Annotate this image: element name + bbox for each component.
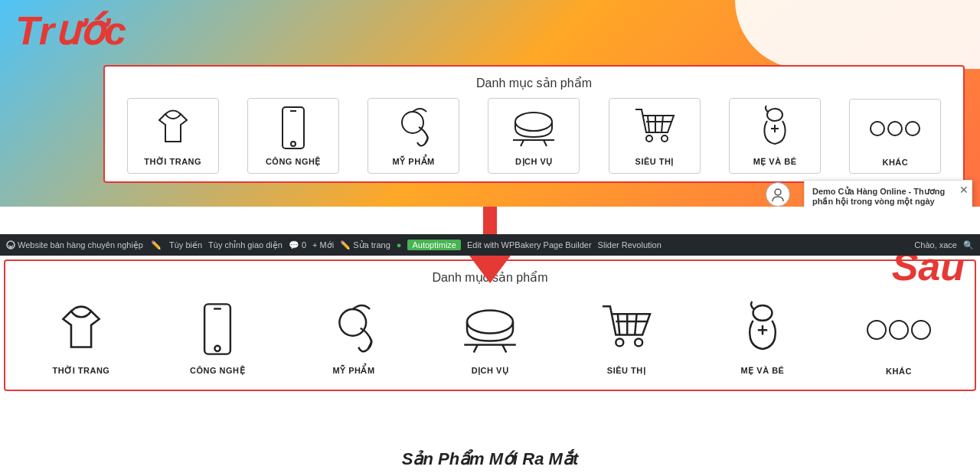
my-pham-icon [390, 105, 436, 151]
user-icon[interactable] [766, 182, 790, 207]
admin-wpbakery[interactable]: Edit with WPBakery Page Builder [467, 240, 592, 250]
cong-nghe-label-before: CÔNG NGHỆ [266, 157, 321, 167]
thoi-trang-label-after: THỜI TRANG [53, 366, 110, 376]
admin-dot-green: ● [397, 240, 402, 250]
svg-point-21 [775, 189, 781, 195]
admin-tuy-bien[interactable]: Tùy biến [169, 240, 202, 250]
me-va-be-label-after: MẸ VÀ BÉ [741, 366, 785, 376]
svg-point-42 [890, 321, 908, 339]
admin-slider-revolution[interactable]: Slider Revolution [598, 240, 662, 250]
category-item-thoi-trang-before[interactable]: THỜI TRANG [127, 98, 219, 174]
category-items-after: THỜI TRANG CÔNG NGHỆ [13, 292, 967, 382]
admin-comment[interactable]: 💬 0 [289, 240, 306, 250]
dich-vu-label-before: DỊCH VỤ [515, 157, 553, 167]
sieu-thi-icon [632, 105, 678, 151]
category-item-dich-vu-after[interactable]: DỊCH VỤ [433, 292, 547, 382]
admin-moi[interactable]: + Mới [312, 240, 334, 250]
cong-nghe-icon-after [187, 298, 248, 360]
admin-sua-trang[interactable]: ✏️ Sửa trang [340, 240, 390, 250]
svg-line-0 [165, 112, 168, 114]
category-item-thoi-trang-after[interactable]: THỜI TRANG [24, 292, 139, 382]
category-item-my-pham-before[interactable]: MỸ PHẨM [368, 98, 459, 174]
my-pham-label-after: MỸ PHẨM [332, 366, 374, 376]
svg-point-41 [867, 321, 886, 339]
arrow-head [467, 253, 513, 283]
svg-point-37 [635, 338, 642, 346]
my-pham-icon-after [323, 298, 384, 360]
category-box-before: Danh mục sản phẩm THỜI TRANG [103, 65, 965, 183]
svg-point-7 [515, 113, 552, 131]
cong-nghe-label-after: CÔNG NGHỆ [190, 366, 245, 376]
tooltip-close-button[interactable]: ✕ [959, 184, 969, 196]
sieu-thi-icon-after [596, 298, 657, 360]
svg-point-43 [912, 321, 930, 339]
category-item-khac-before[interactable]: KHÁC [849, 99, 941, 174]
svg-point-18 [871, 122, 884, 135]
category-item-dich-vu-before[interactable]: DỊCH VỤ [488, 98, 580, 174]
svg-point-19 [888, 122, 902, 135]
svg-point-36 [616, 338, 623, 346]
svg-point-27 [214, 346, 220, 351]
svg-line-35 [635, 314, 636, 334]
admin-bar-wp[interactable]: Website bán hàng chuyên nghiệp [6, 240, 143, 250]
category-item-cong-nghe-before[interactable]: CÔNG NGHỆ [247, 98, 339, 174]
san-pham-title: Sản Phẩm Mới Ra Mắt [0, 449, 980, 469]
category-title-before: Danh mục sản phẩm [113, 76, 956, 90]
sieu-thi-label-before: SIÊU THỊ [635, 157, 674, 167]
thoi-trang-icon [150, 105, 196, 151]
category-item-my-pham-after[interactable]: MỸ PHẨM [296, 292, 411, 382]
svg-point-30 [467, 310, 513, 333]
svg-point-38 [753, 305, 773, 321]
admin-search-icon[interactable]: 🔍 [963, 240, 974, 250]
admin-bar: Website bán hàng chuyên nghiệp ✏️ Tùy bi… [0, 234, 980, 256]
bottom-section: Danh mục sản phẩm THỜI TRANG [0, 256, 980, 473]
khac-label-before: KHÁC [882, 158, 908, 167]
khac-icon-after [868, 299, 929, 360]
admin-tuy-chinh[interactable]: Tùy chỉnh giao diện [208, 240, 283, 250]
category-item-sieu-thi-after[interactable]: SIÊU THỊ [569, 292, 684, 382]
tooltip-title: Demo Cửa Hàng Online - Thương phần hội t… [812, 187, 964, 207]
khac-label-after: KHÁC [886, 367, 912, 376]
truoc-label: Trước [15, 8, 126, 54]
category-item-khac-after[interactable]: KHÁC [841, 293, 956, 382]
svg-line-33 [618, 314, 619, 334]
svg-line-23 [71, 308, 75, 312]
svg-line-24 [87, 308, 91, 312]
admin-autoptimize[interactable]: Autoptimize [407, 240, 460, 250]
svg-point-13 [646, 135, 652, 142]
admin-chao-xace[interactable]: Chào, xace [914, 240, 957, 250]
category-items-before: THỜI TRANG CÔNG NGHỆ [113, 98, 956, 174]
category-item-me-va-be-before[interactable]: MẸ VÀ BÉ [729, 98, 821, 174]
admin-bar-end: Chào, xace 🔍 [914, 240, 974, 250]
dich-vu-icon-after [459, 298, 521, 360]
svg-point-20 [906, 122, 920, 135]
svg-line-10 [648, 116, 649, 132]
me-va-be-icon [752, 105, 798, 151]
khac-icon-before [872, 106, 918, 152]
category-item-me-va-be-after[interactable]: MẸ VÀ BÉ [705, 292, 820, 382]
thoi-trang-label-before: THỜI TRANG [144, 157, 201, 167]
svg-point-4 [291, 142, 296, 146]
dich-vu-label-after: DỊCH VỤ [472, 366, 509, 376]
svg-point-28 [339, 309, 366, 336]
category-item-cong-nghe-after[interactable]: CÔNG NGHỆ [160, 292, 275, 382]
top-decorative-shape [735, 0, 980, 69]
cong-nghe-icon [270, 105, 316, 151]
svg-point-5 [402, 112, 423, 133]
svg-point-15 [767, 109, 782, 121]
dich-vu-icon [511, 105, 557, 151]
thoi-trang-icon-after [51, 298, 112, 360]
svg-point-14 [662, 135, 668, 142]
me-va-be-icon-after [732, 298, 793, 360]
category-item-sieu-thi-before[interactable]: SIÊU THỊ [609, 98, 701, 174]
sieu-thi-label-after: SIÊU THỊ [607, 366, 645, 376]
tooltip-popup: ✕ Demo Cửa Hàng Online - Thương phần hội… [804, 180, 972, 207]
my-pham-label-before: MỸ PHẨM [393, 157, 435, 167]
admin-website-label: Website bán hàng chuyên nghiệp [18, 240, 143, 250]
me-va-be-label-before: MẸ VÀ BÉ [753, 157, 797, 167]
svg-line-1 [178, 112, 181, 114]
svg-line-12 [662, 116, 663, 132]
top-section: Trước Danh mục sản phẩm THỜI TRANG [0, 0, 980, 207]
